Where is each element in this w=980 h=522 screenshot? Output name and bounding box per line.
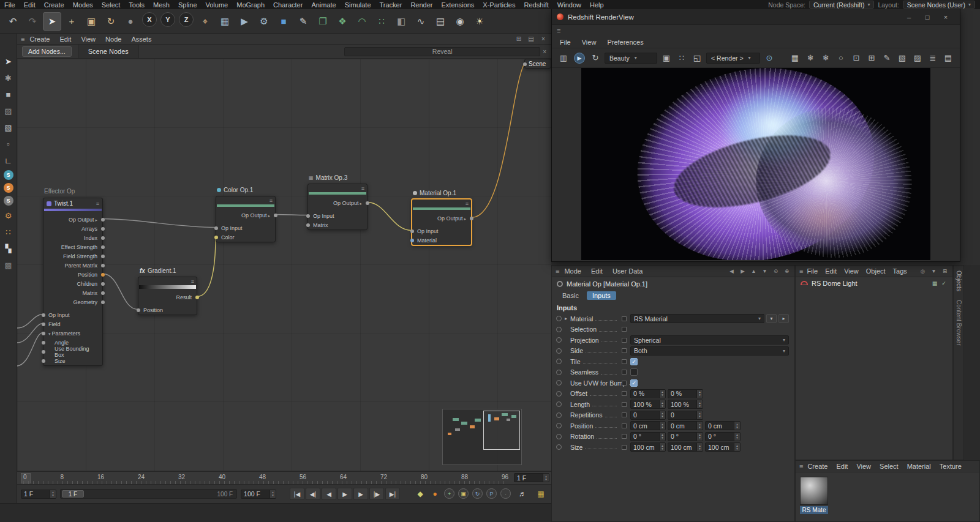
repetitions-y-field[interactable]: 0 [668,411,703,420]
node-output-port[interactable]: Arrays [43,224,102,233]
length-x-field[interactable]: 100 % [630,400,666,409]
close-button[interactable]: × [937,13,955,21]
autokey-icon[interactable]: ● [428,488,442,500]
port-dot[interactable] [101,218,105,222]
search-icon[interactable]: ◎ [919,268,927,274]
tile-checkbox[interactable]: ✓ [630,358,638,365]
port-enable-box[interactable] [622,381,627,386]
frame-range-slider[interactable]: 1 F 100 F [60,489,237,499]
back-icon[interactable]: ◀ [728,268,736,274]
stepper-arrows-icon[interactable] [734,443,740,451]
redo-icon[interactable]: ↷ [23,12,42,31]
workplane-icon[interactable]: ▧ [1,121,16,134]
renderview-menu-item[interactable]: Preferences [601,39,649,46]
stepper-arrows-icon[interactable] [659,400,665,408]
live-selection-icon[interactable]: ➤ [43,12,61,31]
texture-mode-icon[interactable]: ▨ [1,104,16,117]
stepper-arrows-icon[interactable] [734,422,740,430]
node-output-port[interactable]: Result [138,293,197,302]
search-input[interactable]: Reveal [344,47,540,56]
seamless-checkbox[interactable] [630,368,638,376]
menubar-item[interactable]: Character [269,1,307,9]
port-dot[interactable] [101,236,105,240]
node-editor-menu-item[interactable]: View [76,35,100,43]
undo-icon[interactable]: ↶ [4,12,22,31]
material-dropdown[interactable]: RS Material▾ [630,314,764,323]
object-manager-menu-item[interactable]: Object [862,267,889,275]
range-end-field[interactable]: 100 F [241,490,276,499]
crop-icon[interactable]: ◱ [690,51,704,65]
node-editor-minimap[interactable] [442,409,522,465]
add-icon[interactable]: ⊞ [941,268,949,274]
node-output-port[interactable]: Position [43,270,102,279]
size-z-field[interactable]: 100 cm [705,442,741,452]
port-dot[interactable] [306,214,310,218]
add-nodes-button[interactable]: Add Nodes... [22,46,72,57]
node-input-port[interactable]: Use Bounding Box [43,347,102,356]
node-scene[interactable]: Scene [524,59,551,69]
node-color-op[interactable]: ≡ Op Output Op InputColor [216,196,276,242]
axis-x-button[interactable]: X [142,12,157,27]
layout-dropdown[interactable]: Scene Nodes (User)▾ [903,1,975,9]
port-dot[interactable] [137,308,140,312]
port-circle-icon[interactable] [556,359,562,364]
object-manager-menu-item[interactable]: Edit [821,267,840,275]
stepper-arrows-icon[interactable] [659,422,665,430]
port-enable-box[interactable] [622,391,627,396]
checker-icon[interactable]: ▚ [1,242,16,255]
next-key-button[interactable]: |▶ [369,488,384,500]
position-y-field[interactable]: 0 cm [668,421,703,430]
port-dot[interactable] [214,226,218,230]
node-output-port[interactable]: Op Output [412,214,471,223]
dots-grid-icon[interactable]: ∷ [1,225,16,239]
render-settings-icon[interactable]: ⚙ [255,12,273,31]
port-circle-icon[interactable] [556,337,562,343]
stepper-arrows-icon[interactable] [696,411,703,419]
menubar-item[interactable]: Tools [124,1,149,9]
node-input-port[interactable]: Op Input [216,223,275,233]
texture-picker-button[interactable]: ▾ [766,314,777,323]
range-slider-handle[interactable]: 1 F [62,490,84,498]
minimap-viewport[interactable] [483,411,520,450]
record-pla-icon[interactable]: · [500,488,511,499]
axis-z-button[interactable]: Z [179,12,194,27]
port-dot[interactable] [274,214,277,217]
end-frame-field[interactable]: 1 F [514,473,549,482]
node-input-port[interactable]: Op Input [308,211,367,220]
node-space-dropdown[interactable]: Current (Redshift)▾ [809,1,874,9]
node-material-op[interactable]: ≡ Op Output Op InputMaterial [412,199,472,245]
material-manager-menu-item[interactable]: Create [803,463,832,470]
port-dot[interactable] [195,296,199,299]
up-icon[interactable]: ▲ [750,268,758,274]
node-canvas[interactable]: Effector Op Twist.1 ≡ Op OutputArraysInd… [17,59,551,471]
menubar-item[interactable]: Spline [174,1,202,9]
node-matrix-op[interactable]: ≡ Op Output Op InputMatrix [307,184,368,230]
array-icon[interactable]: ∷ [372,12,391,31]
port-dot[interactable] [101,227,105,231]
rotate-tool-icon[interactable]: ↻ [102,12,120,31]
renderview-menu-item[interactable]: View [576,39,602,46]
port-circle-icon[interactable] [556,401,562,407]
attribute-menu-item[interactable]: User Data [608,267,648,275]
node-input-port[interactable]: Matrix [308,220,367,229]
fit-icon[interactable]: ⊞ [865,51,878,65]
node-output-port[interactable]: Op Output [308,198,367,207]
enabled-check-icon[interactable]: ✓ [940,280,948,286]
material-manager-menu-item[interactable]: Texture [935,463,966,470]
bend-deformer-icon[interactable]: ◠ [353,12,371,31]
menubar-item[interactable]: Edit [20,1,40,9]
node-twist[interactable]: Twist.1 ≡ Op OutputArraysIndexEffect Str… [43,198,103,366]
snapshot-strip-icon[interactable]: ▥ [557,51,570,65]
node-input-port[interactable]: Position [138,305,197,315]
repetitions-x-field[interactable]: 0 [630,411,666,420]
port-dot[interactable] [366,201,369,205]
port-dot[interactable] [410,229,414,233]
port-circle-icon[interactable] [556,316,562,321]
rotation-p-field[interactable]: 0 ° [668,432,703,441]
ax-mode-icon[interactable]: ∟ [1,154,16,167]
port-circle-icon[interactable] [556,434,562,439]
position-x-field[interactable]: 0 cm [630,421,666,430]
node-input-port[interactable]: Parameters [43,329,102,338]
menubar-item[interactable]: Tracker [375,1,407,9]
annotate-icon[interactable]: ✎ [880,51,894,65]
